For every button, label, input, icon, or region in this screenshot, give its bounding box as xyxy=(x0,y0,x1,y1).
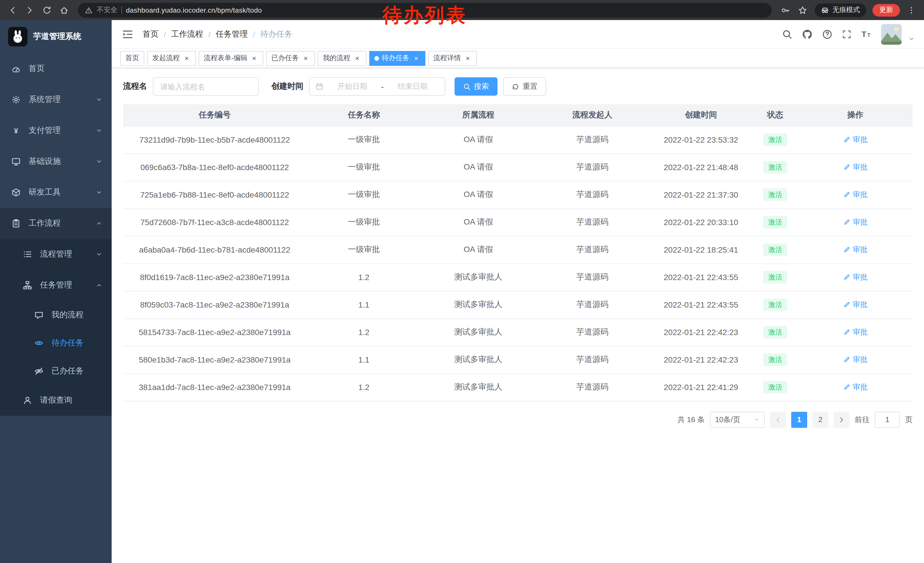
sidebar-item-infrastructure[interactable]: 基础设施 xyxy=(0,146,112,177)
page-button-2[interactable]: 2 xyxy=(812,411,828,428)
tab-done-tasks[interactable]: 已办任务× xyxy=(266,51,315,66)
task-id-cell: 73211d9d-7b9b-11ec-b5b7-acde48001122 xyxy=(123,126,306,153)
star-icon xyxy=(798,6,807,15)
approve-link[interactable]: 审批 xyxy=(843,272,868,282)
browser-menu-button[interactable] xyxy=(903,2,920,18)
sidebar-item-system-management[interactable]: 系统管理 xyxy=(0,84,112,115)
bookmark-star-button[interactable] xyxy=(795,2,811,18)
status-cell: 激活 xyxy=(752,236,798,263)
date-range-picker[interactable]: 开始日期 - 结束日期 xyxy=(309,77,446,96)
initiator-cell: 芋道源码 xyxy=(535,318,650,346)
tab-close-icon[interactable]: × xyxy=(250,54,258,62)
browser-forward-button[interactable] xyxy=(22,2,38,18)
sidebar-item-process-management[interactable]: 流程管理 xyxy=(0,239,112,270)
approve-link[interactable]: 审批 xyxy=(843,135,868,145)
approve-link[interactable]: 审批 xyxy=(843,327,868,337)
search-button-label: 搜索 xyxy=(474,81,489,92)
font-size-icon[interactable]: TT xyxy=(861,29,872,39)
approve-link[interactable]: 审批 xyxy=(843,162,868,173)
next-page-button[interactable] xyxy=(834,411,850,428)
approve-link[interactable]: 审批 xyxy=(843,300,868,310)
approve-link[interactable]: 审批 xyxy=(843,217,868,227)
approve-link[interactable]: 审批 xyxy=(843,354,868,365)
sidebar-item-dev-tools[interactable]: 研发工具 xyxy=(0,177,112,208)
tab-close-icon[interactable]: × xyxy=(412,54,420,62)
table-row: a6aba0a4-7b6d-11ec-b781-acde48001122一级审批… xyxy=(123,236,912,263)
task-id-cell: 58154733-7ac8-11ec-a9e2-a2380e71991a xyxy=(123,318,306,346)
tab-close-icon[interactable]: × xyxy=(183,54,190,62)
incognito-icon xyxy=(821,6,829,14)
github-icon[interactable] xyxy=(802,29,812,39)
fullscreen-icon[interactable] xyxy=(842,30,851,39)
task-id-cell: 75d72608-7b7f-11ec-a3c8-acde48001122 xyxy=(123,209,306,236)
prev-page-button[interactable] xyxy=(770,411,786,428)
browser-home-button[interactable] xyxy=(56,2,72,18)
sidebar-item-label: 研发工具 xyxy=(28,187,61,198)
goto-page-input[interactable] xyxy=(875,411,900,428)
sidebar-item-task-management[interactable]: 任务管理 xyxy=(0,270,112,301)
approve-link[interactable]: 审批 xyxy=(843,382,868,392)
tab-my-process[interactable]: 我的流程× xyxy=(318,51,366,66)
status-cell: 激活 xyxy=(752,153,798,181)
reset-button[interactable]: 重置 xyxy=(503,77,546,96)
action-cell: 审批 xyxy=(798,209,912,236)
tab-close-icon[interactable]: × xyxy=(464,54,472,62)
browser-back-button[interactable] xyxy=(4,2,21,18)
tab-home[interactable]: 首页 xyxy=(120,51,144,66)
process-name-input[interactable] xyxy=(153,77,259,96)
task-table: 任务编号任务名称所属流程流程发起人创建时间状态操作 73211d9d-7b9b-… xyxy=(123,104,912,401)
sidebar-item-workflow[interactable]: 工作流程 xyxy=(0,208,112,239)
tab-process-form-edit[interactable]: 流程表单-编辑× xyxy=(199,51,263,66)
search-button[interactable]: 搜索 xyxy=(454,77,498,96)
password-key-button[interactable] xyxy=(777,2,794,18)
task-id-cell: 580e1b3d-7ac8-11ec-a9e2-a2380e71991a xyxy=(123,346,306,374)
svg-text:¥: ¥ xyxy=(14,126,18,135)
update-button[interactable]: 更新 xyxy=(873,4,900,17)
sidebar-item-label: 支付管理 xyxy=(28,125,61,136)
status-badge: 激活 xyxy=(763,216,787,229)
tab-close-icon[interactable]: × xyxy=(353,54,361,62)
status-badge: 激活 xyxy=(763,270,787,284)
sidebar-item-leave-query[interactable]: 请假查询 xyxy=(0,385,112,416)
approve-link[interactable]: 审批 xyxy=(843,245,868,255)
page-size-select[interactable]: 10条/页 xyxy=(710,411,765,428)
breadcrumb-item[interactable]: 首页 xyxy=(142,29,159,39)
process-cell: OA 请假 xyxy=(422,209,535,236)
sidebar-toggle-button[interactable] xyxy=(122,29,134,40)
pencil-icon xyxy=(843,219,850,226)
task-name-cell: 1.2 xyxy=(306,318,422,346)
create-time-cell: 2022-01-22 20:33:10 xyxy=(650,209,753,236)
search-icon[interactable] xyxy=(782,29,792,39)
create-time-cell: 2022-01-21 22:41:29 xyxy=(650,374,753,401)
sidebar-menu: 首页系统管理¥支付管理基础设施研发工具工作流程流程管理任务管理我的流程待办任务已… xyxy=(0,53,112,416)
list-icon xyxy=(23,250,32,259)
breadcrumb-item[interactable]: 任务管理 xyxy=(216,29,248,39)
help-icon[interactable] xyxy=(822,29,832,39)
breadcrumb-item[interactable]: 工作流程 xyxy=(171,29,203,39)
sidebar-item-home[interactable]: 首页 xyxy=(0,53,112,84)
sidebar-item-label: 任务管理 xyxy=(40,280,72,290)
sidebar-item-todo-tasks[interactable]: 待办任务 xyxy=(0,329,112,357)
tab-process-detail[interactable]: 流程详情× xyxy=(428,51,477,66)
tab-close-icon[interactable]: × xyxy=(302,54,310,62)
app-logo[interactable]: 芋道管理系统 xyxy=(0,20,112,53)
approve-link[interactable]: 审批 xyxy=(843,189,868,200)
sidebar-item-my-process[interactable]: 我的流程 xyxy=(0,301,112,329)
task-name-cell: 1.2 xyxy=(306,263,422,291)
person-icon xyxy=(23,396,32,405)
sidebar-item-label: 我的流程 xyxy=(51,309,84,320)
user-avatar[interactable] xyxy=(881,24,902,44)
tab-label: 流程详情 xyxy=(434,53,461,63)
prev-arrow-icon xyxy=(775,416,782,423)
active-tab-dot xyxy=(374,56,379,60)
sidebar-item-payment-management[interactable]: ¥支付管理 xyxy=(0,115,112,146)
browser-refresh-button[interactable] xyxy=(39,2,55,18)
sidebar-item-done-tasks[interactable]: 已办任务 xyxy=(0,357,112,385)
avatar-caret-down-icon[interactable] xyxy=(908,35,915,42)
pencil-icon xyxy=(843,301,850,308)
tab-start-process[interactable]: 发起流程× xyxy=(147,51,196,66)
logo-image xyxy=(8,27,27,47)
tab-todo-tasks[interactable]: 待办任务× xyxy=(369,51,425,66)
task-name-cell: 1.2 xyxy=(306,374,422,401)
page-button-1[interactable]: 1 xyxy=(791,411,807,428)
